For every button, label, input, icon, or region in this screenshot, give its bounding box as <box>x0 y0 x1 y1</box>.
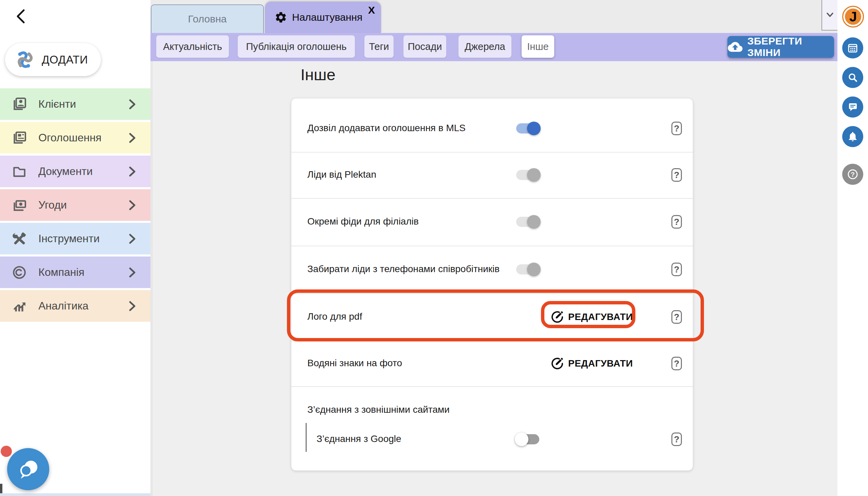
setting-label-photo-watermarks: Водяні знаки на фото <box>307 358 402 369</box>
folder-icon <box>12 164 27 180</box>
save-changes-label: ЗБЕРЕГТИ ЗМІНИ <box>747 35 834 59</box>
toggle-mls[interactable] <box>516 122 541 135</box>
chat-bubbles-icon <box>16 457 41 481</box>
sidebar-item-clients[interactable]: Клієнти <box>0 88 151 120</box>
chevron-right-icon <box>127 97 137 111</box>
tools-icon <box>12 231 27 247</box>
listings-icon <box>12 130 27 146</box>
help-icon[interactable]: ? <box>672 263 682 276</box>
sidebar-item-deals[interactable]: Угоди <box>0 189 151 221</box>
messages-button[interactable] <box>842 96 863 118</box>
sidebar-item-analytics[interactable]: Аналітика <box>0 290 151 322</box>
chevron-right-icon <box>127 266 137 279</box>
divider <box>291 246 693 246</box>
divider <box>291 341 693 341</box>
money-icon <box>12 197 27 213</box>
subtab-publication[interactable]: Публікація оголошень <box>238 35 355 58</box>
subtab-label: Актуальність <box>163 41 222 52</box>
subtab-tags[interactable]: Теги <box>364 35 394 58</box>
tab-settings[interactable]: Налаштування X <box>265 2 381 33</box>
help-icon[interactable]: ? <box>672 433 682 446</box>
sidebar-item-company[interactable]: Компанія <box>0 257 151 288</box>
setting-label-plektan-leads: Ліди від Plektan <box>307 169 376 180</box>
help-icon[interactable]: ? <box>672 310 682 324</box>
tab-overflow-button[interactable] <box>821 0 837 31</box>
sidebar-item-label: Аналітика <box>38 300 89 312</box>
sidebar-item-label: Клієнти <box>38 98 76 110</box>
close-tab-icon[interactable]: X <box>368 4 375 16</box>
app-window: ДОДАТИ Клієнти Оголошення <box>0 0 868 496</box>
search-button[interactable] <box>842 67 863 88</box>
subtab-other[interactable]: Інше <box>522 35 554 58</box>
subtab-label: Інше <box>527 41 549 52</box>
back-chevron-icon <box>14 7 29 25</box>
cloud-upload-icon <box>727 41 743 53</box>
divider <box>291 152 693 153</box>
save-changes-button[interactable]: ЗБЕРЕГТИ ЗМІНИ <box>727 36 834 58</box>
edit-pdf-logo-button[interactable]: РЕДАГУВАТИ <box>551 309 633 325</box>
support-button[interactable]: ? <box>842 164 863 185</box>
sidebar-item-label: Угоди <box>38 199 67 211</box>
toggle-google-connection[interactable] <box>516 433 541 446</box>
analytics-icon <box>12 298 27 314</box>
tab-settings-label: Налаштування <box>292 12 362 23</box>
chevron-right-icon <box>127 299 137 313</box>
toggle-thumb <box>527 122 541 135</box>
gear-icon <box>274 11 287 24</box>
subtab-relevance[interactable]: Актуальність <box>156 35 229 58</box>
chevron-right-icon <box>127 198 137 212</box>
toggle-branch-feeds[interactable] <box>516 215 541 229</box>
subtab-label: Джерела <box>464 41 505 52</box>
add-button[interactable]: ДОДАТИ <box>5 43 101 76</box>
subtab-label: Публікація оголошень <box>246 41 346 52</box>
edit-button-label: РЕДАГУВАТИ <box>568 358 633 369</box>
toggle-thumb <box>527 168 541 182</box>
divider <box>291 293 693 294</box>
setting-label-google-connection: З’єднання з Google <box>316 434 401 444</box>
setting-label-branch-feeds: Окремі фіди для філіалів <box>307 216 419 227</box>
calendar-button[interactable] <box>842 37 863 59</box>
sidebar-scrollbar-track <box>151 61 153 496</box>
divider <box>291 386 693 387</box>
collapse-sidebar-button[interactable] <box>14 7 29 25</box>
divider <box>291 198 693 199</box>
chevron-down-icon <box>825 11 835 19</box>
toggle-thumb <box>527 215 541 229</box>
sidebar-item-label: Оголошення <box>38 131 101 144</box>
avatar[interactable]: J <box>842 6 864 28</box>
avatar-initial: J <box>849 9 857 25</box>
toggle-employee-phone-leads[interactable] <box>516 263 541 276</box>
sidebar-menu: Клієнти Оголошення Документи <box>0 88 151 324</box>
sidebar-item-listings[interactable]: Оголошення <box>0 122 151 154</box>
search-icon <box>847 72 858 83</box>
notification-dot <box>1 446 12 457</box>
toggle-thumb <box>527 263 541 276</box>
edit-watermarks-button[interactable]: РЕДАГУВАТИ <box>551 356 633 371</box>
page-title: Інше <box>301 65 335 84</box>
chevron-right-icon <box>127 165 137 179</box>
edit-icon <box>551 310 564 324</box>
subtab-positions[interactable]: Посади <box>404 35 446 58</box>
sidebar-item-label: Інструменти <box>38 232 99 245</box>
sidebar-item-label: Компанія <box>38 266 84 279</box>
help-icon[interactable]: ? <box>672 168 682 182</box>
setting-group-label-external-sites: З’єднання з зовнішніми сайтами <box>307 404 449 415</box>
subtab-sources[interactable]: Джерела <box>458 35 511 58</box>
sidebar-vertical-scrollbar-thumb[interactable] <box>0 484 2 493</box>
tab-home[interactable]: Головна <box>151 4 264 33</box>
chevron-right-icon <box>127 232 137 246</box>
help-icon[interactable]: ? <box>672 122 682 135</box>
add-button-label: ДОДАТИ <box>42 53 88 66</box>
bell-icon <box>847 131 858 142</box>
sidebar-item-tools[interactable]: Інструменти <box>0 223 151 254</box>
sidebar-horizontal-scrollbar[interactable] <box>0 493 151 496</box>
sidebar: ДОДАТИ Клієнти Оголошення <box>0 0 151 496</box>
sidebar-item-documents[interactable]: Документи <box>0 156 151 187</box>
setting-label-pdf-logo: Лого для pdf <box>307 311 362 322</box>
chat-icon <box>847 101 858 113</box>
help-icon[interactable]: ? <box>672 215 682 229</box>
toggle-plektan-leads[interactable] <box>516 168 541 182</box>
help-icon[interactable]: ? <box>672 357 682 370</box>
chat-widget-button[interactable] <box>7 448 49 490</box>
notifications-button[interactable] <box>842 126 863 147</box>
